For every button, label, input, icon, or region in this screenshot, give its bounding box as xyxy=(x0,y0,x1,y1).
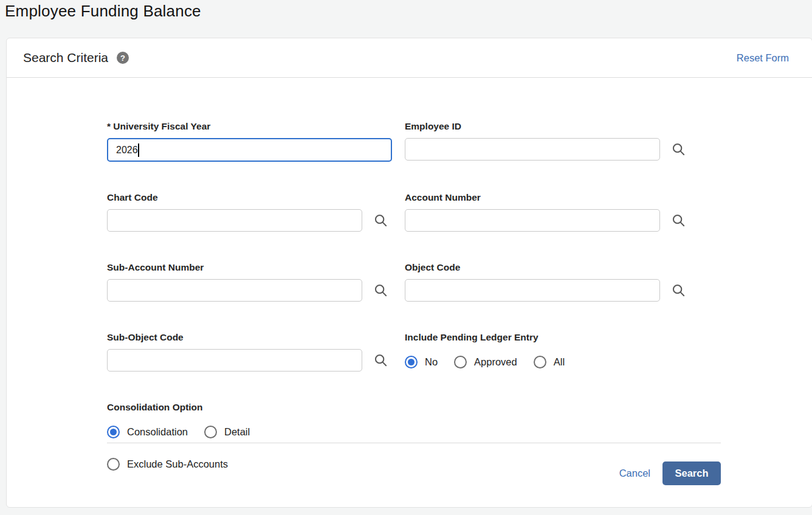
cancel-button[interactable]: Cancel xyxy=(619,468,650,479)
form-row: Sub-Account Number Object Code xyxy=(107,262,724,302)
help-icon[interactable]: ? xyxy=(117,52,129,64)
pending-ledger-radio-group: No Approved All xyxy=(405,356,724,368)
sub-object-code-lookup-search-icon[interactable] xyxy=(373,353,388,368)
radio-label[interactable]: No xyxy=(425,356,438,368)
search-criteria-panel: Search Criteria ? Reset Form * Universit… xyxy=(6,38,812,508)
reset-form-link[interactable]: Reset Form xyxy=(737,52,789,64)
chart-code-lookup-search-icon[interactable] xyxy=(373,213,388,228)
pending-ledger-label: Include Pending Ledger Entry xyxy=(405,332,724,342)
radio-option-no[interactable]: No xyxy=(405,356,438,368)
consolidation-option-label: Consolidation Option xyxy=(107,402,724,412)
radio-button[interactable] xyxy=(405,356,418,368)
chart-code-label: Chart Code xyxy=(107,192,405,202)
sub-account-number-input[interactable] xyxy=(107,279,362,302)
text-cursor xyxy=(138,143,139,157)
radio-label[interactable]: All xyxy=(554,356,565,368)
fiscal-year-input[interactable] xyxy=(107,138,392,162)
consolidation-radio-group: Consolidation Detail xyxy=(107,426,724,438)
page-title: Employee Funding Balance xyxy=(5,2,201,21)
panel-header: Search Criteria ? Reset Form xyxy=(7,38,812,78)
radio-button[interactable] xyxy=(454,356,467,368)
employee-id-label: Employee ID xyxy=(405,121,724,131)
form-row: * University Fiscal Year Employee ID xyxy=(107,121,724,162)
form-row: Sub-Object Code Include Pending Ledger E… xyxy=(107,332,724,372)
search-form: * University Fiscal Year Employee ID xyxy=(107,121,724,501)
form-row: Consolidation Option Consolidation Detai… xyxy=(107,402,724,471)
account-number-input[interactable] xyxy=(405,209,660,232)
radio-option-detail[interactable]: Detail xyxy=(204,426,250,438)
form-row: Chart Code Account Number xyxy=(107,192,724,232)
radio-label[interactable]: Approved xyxy=(474,356,517,368)
search-button[interactable]: Search xyxy=(662,461,721,485)
account-number-label: Account Number xyxy=(405,192,724,202)
radio-label[interactable]: Detail xyxy=(224,426,250,438)
object-code-lookup-search-icon[interactable] xyxy=(671,283,686,298)
sub-object-code-label: Sub-Object Code xyxy=(107,332,405,342)
sub-account-number-label: Sub-Account Number xyxy=(107,262,405,272)
radio-option-all[interactable]: All xyxy=(534,356,565,368)
form-actions: Cancel Search xyxy=(107,461,721,485)
object-code-input[interactable] xyxy=(405,279,660,302)
object-code-label: Object Code xyxy=(405,262,724,272)
employee-id-input[interactable] xyxy=(405,138,660,161)
fiscal-year-label: * University Fiscal Year xyxy=(107,121,405,131)
radio-button[interactable] xyxy=(107,426,120,438)
chart-code-input[interactable] xyxy=(107,209,362,232)
radio-option-consolidation[interactable]: Consolidation xyxy=(107,426,188,438)
radio-label[interactable]: Consolidation xyxy=(127,426,188,438)
account-number-lookup-search-icon[interactable] xyxy=(671,213,686,228)
radio-button[interactable] xyxy=(534,356,546,368)
footer-divider xyxy=(107,443,721,443)
radio-button[interactable] xyxy=(204,426,217,438)
sub-object-code-input[interactable] xyxy=(107,349,362,372)
sub-account-number-lookup-search-icon[interactable] xyxy=(373,283,388,298)
panel-title: Search Criteria xyxy=(23,50,108,65)
radio-option-approved[interactable]: Approved xyxy=(454,356,517,368)
employee-id-lookup-search-icon[interactable] xyxy=(671,142,686,157)
